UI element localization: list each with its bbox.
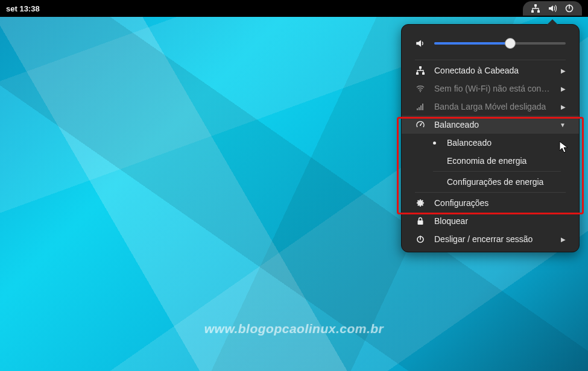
menu-label: Sem fio (Wi-Fi) não está con… bbox=[434, 84, 552, 93]
svg-point-12 bbox=[420, 125, 421, 126]
system-tray[interactable] bbox=[523, 1, 582, 16]
menu-label: Configurações bbox=[434, 198, 566, 208]
submenu-item-power-settings[interactable]: Configurações de energia bbox=[402, 173, 579, 191]
svg-rect-11 bbox=[422, 104, 423, 110]
volume-slider-thumb[interactable] bbox=[505, 38, 516, 49]
submenu-label: Economia de energia bbox=[447, 156, 566, 166]
menu-label: Balanceado bbox=[434, 120, 551, 129]
network-wired-icon bbox=[530, 4, 541, 13]
network-wired-icon bbox=[415, 66, 426, 75]
svg-rect-8 bbox=[417, 108, 418, 110]
volume-slider-fill bbox=[434, 42, 510, 45]
menu-item-wired[interactable]: Conectado à Cabeada ▶ bbox=[402, 61, 579, 80]
svg-rect-13 bbox=[418, 220, 423, 225]
menu-label: Bloquear bbox=[434, 216, 566, 226]
gear-icon bbox=[415, 198, 426, 208]
power-profile-icon bbox=[415, 120, 426, 129]
cellular-off-icon bbox=[415, 102, 426, 111]
volume-slider[interactable] bbox=[434, 42, 566, 45]
top-bar: set 13:38 bbox=[0, 0, 588, 17]
svg-rect-4 bbox=[419, 66, 422, 69]
menu-label: Banda Larga Móvel desligada bbox=[434, 102, 552, 111]
svg-rect-0 bbox=[534, 4, 537, 7]
separator bbox=[433, 171, 561, 172]
chevron-right-icon: ▶ bbox=[561, 236, 566, 243]
chevron-down-icon: ▼ bbox=[560, 122, 566, 128]
separator bbox=[415, 60, 566, 60]
svg-rect-10 bbox=[420, 105, 422, 110]
menu-item-mobile[interactable]: Banda Larga Móvel desligada ▶ bbox=[402, 98, 579, 116]
menu-item-wifi[interactable]: Sem fio (Wi-Fi) não está con… ▶ bbox=[402, 80, 579, 98]
volume-icon bbox=[547, 4, 558, 13]
shutdown-icon bbox=[415, 234, 426, 244]
submenu-item-balanced[interactable]: Balanceado bbox=[402, 134, 579, 152]
chevron-right-icon: ▶ bbox=[561, 86, 566, 92]
chevron-right-icon: ▶ bbox=[561, 104, 566, 110]
chevron-right-icon: ▶ bbox=[561, 67, 566, 74]
menu-item-power-off[interactable]: Desligar / encerrar sessão ▶ bbox=[402, 230, 579, 248]
menu-label: Desligar / encerrar sessão bbox=[434, 234, 552, 244]
active-indicator-icon bbox=[433, 142, 436, 145]
lock-icon bbox=[415, 216, 426, 226]
svg-rect-5 bbox=[416, 72, 419, 75]
submenu-item-power-saver[interactable]: Economia de energia bbox=[402, 152, 579, 170]
menu-item-settings[interactable]: Configurações bbox=[402, 194, 579, 212]
submenu-label: Configurações de energia bbox=[447, 177, 566, 187]
watermark-text: www.blogopcaolinux.com.br bbox=[204, 322, 384, 336]
wifi-off-icon bbox=[415, 84, 426, 93]
speaker-icon bbox=[415, 38, 426, 49]
separator bbox=[415, 192, 566, 193]
volume-row bbox=[402, 25, 579, 58]
svg-rect-2 bbox=[537, 10, 540, 13]
svg-rect-9 bbox=[419, 107, 420, 110]
menu-label: Conectado à Cabeada bbox=[434, 66, 552, 75]
menu-item-lock[interactable]: Bloquear bbox=[402, 212, 579, 230]
power-profile-submenu: Balanceado Economia de energia Configura… bbox=[402, 134, 579, 191]
clock-label[interactable]: set 13:38 bbox=[6, 4, 40, 13]
svg-rect-1 bbox=[531, 10, 534, 13]
power-icon bbox=[564, 4, 575, 13]
system-menu: Conectado à Cabeada ▶ Sem fio (Wi-Fi) nã… bbox=[401, 24, 580, 252]
submenu-label: Balanceado bbox=[447, 138, 566, 148]
svg-point-7 bbox=[420, 91, 421, 92]
svg-rect-6 bbox=[422, 72, 425, 75]
menu-item-power-profile[interactable]: Balanceado ▼ bbox=[402, 116, 579, 134]
